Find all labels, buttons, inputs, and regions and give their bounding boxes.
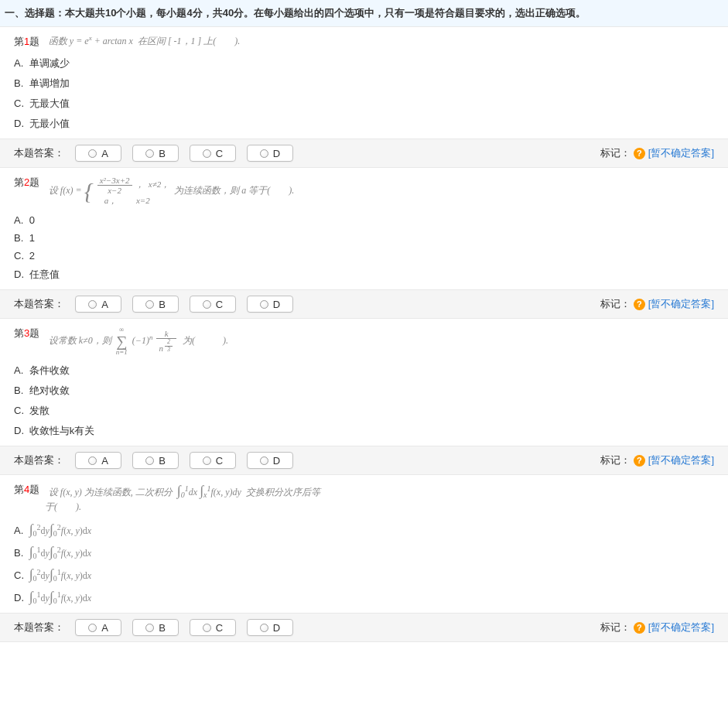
radio-icon — [145, 149, 154, 158]
radio-icon — [203, 456, 211, 465]
radio-icon — [88, 300, 97, 309]
answer-btn-D[interactable]: D — [247, 452, 293, 469]
answer-label: 本题答案： — [14, 453, 64, 467]
question-stem: 设 f(x) = { x²−3x+2x−2 ， x≠2， a， x=2 为连续函… — [49, 176, 294, 207]
question-stem: 设常数 k≠0，则 ∞ ∑ n=1 (−1)n kn23 为( ). — [49, 327, 228, 356]
answer-btn-B[interactable]: B — [132, 619, 179, 636]
help-icon[interactable]: ? — [634, 455, 645, 467]
options: A. 单调减少 B. 单调增加 C. 无最大值 D. 无最小值 — [14, 56, 714, 131]
answer-btn-D[interactable]: D — [247, 619, 293, 636]
answer-btn-C[interactable]: C — [190, 296, 236, 313]
question-number: 第3题 — [14, 327, 39, 340]
option-D: D. 任意值 — [14, 268, 714, 282]
answer-bar-3: 本题答案： A B C D 标记： ? [暂不确定答案] — [0, 446, 728, 475]
mark-label: 标记： — [600, 621, 631, 634]
answer-btn-A[interactable]: A — [75, 619, 121, 636]
radio-icon — [203, 300, 211, 309]
option-B: B. 1 — [14, 232, 714, 244]
answer-btn-A[interactable]: A — [75, 452, 121, 469]
question-number: 第4题 — [14, 483, 39, 497]
help-icon[interactable]: ? — [634, 622, 645, 634]
mark-label: 标记： — [600, 453, 631, 467]
option-B: B. 绝对收敛 — [14, 384, 714, 398]
radio-icon — [260, 624, 268, 632]
answer-bar-4: 本题答案： A B C D 标记： ? [暂不确定答案] — [0, 613, 728, 642]
option-C: C. 无最大值 — [14, 97, 714, 111]
help-icon[interactable]: ? — [634, 148, 645, 159]
answer-btn-C[interactable]: C — [190, 145, 236, 162]
question-1: 第1题 函数 y = ex + arctan x 在区间 [ -1，1 ] 上(… — [0, 27, 728, 131]
answer-btn-A[interactable]: A — [75, 145, 121, 162]
answer-bar-1: 本题答案： A B C D 标记： ? [暂不确定答案] — [0, 138, 728, 168]
question-2: 第2题 设 f(x) = { x²−3x+2x−2 ， x≠2， a， x=2 … — [0, 168, 728, 282]
radio-icon — [88, 624, 97, 632]
hint-link[interactable]: [暂不确定答案] — [648, 297, 714, 311]
options: A. ∫02dy∫02f(x, y)dx B. ∫01dy∫02f(x, y)d… — [14, 521, 714, 605]
hint-link[interactable]: [暂不确定答案] — [648, 146, 714, 160]
answer-btn-D[interactable]: D — [247, 145, 293, 162]
radio-icon — [260, 300, 268, 309]
radio-icon — [88, 456, 97, 465]
option-B: B. 单调增加 — [14, 77, 714, 91]
question-number: 第2题 — [14, 176, 39, 190]
answer-btn-B[interactable]: B — [132, 452, 179, 469]
radio-icon — [260, 456, 268, 465]
option-A: A. 单调减少 — [14, 56, 714, 70]
question-number: 第1题 — [14, 35, 39, 49]
answer-btn-C[interactable]: C — [190, 619, 236, 636]
option-B: B. ∫01dy∫02f(x, y)dx — [14, 544, 714, 560]
option-C: C. ∫02dy∫01f(x, y)dx — [14, 566, 714, 583]
answer-bar-2: 本题答案： A B C D 标记： ? [暂不确定答案] — [0, 289, 728, 319]
radio-icon — [203, 624, 211, 632]
hint-link[interactable]: [暂不确定答案] — [648, 453, 714, 467]
option-D: D. ∫01dy∫01f(x, y)dx — [14, 589, 714, 605]
option-D: D. 收敛性与k有关 — [14, 424, 714, 438]
radio-icon — [260, 149, 268, 158]
mark-label: 标记： — [600, 297, 631, 311]
option-D: D. 无最小值 — [14, 117, 714, 131]
options: A. 条件收敛 B. 绝对收敛 C. 发散 D. 收敛性与k有关 — [14, 364, 714, 438]
question-stem: 函数 y = ex + arctan x 在区间 [ -1，1 ] 上( ). — [49, 35, 240, 48]
question-4: 第4题 设 f(x, y) 为连续函数, 二次积分 ∫01dx ∫x1f(x, … — [0, 475, 728, 605]
answer-label: 本题答案： — [14, 297, 64, 311]
answer-btn-D[interactable]: D — [247, 296, 293, 313]
answer-btn-B[interactable]: B — [132, 145, 179, 162]
options: A. 0 B. 1 C. 2 D. 任意值 — [14, 214, 714, 282]
section-header: 一、选择题：本大题共10个小题，每小题4分，共40分。在每小题给出的四个选项中，… — [0, 0, 728, 27]
radio-icon — [203, 149, 211, 158]
option-C: C. 发散 — [14, 404, 714, 418]
radio-icon — [145, 456, 154, 465]
question-3: 第3题 设常数 k≠0，则 ∞ ∑ n=1 (−1)n kn23 为( ). A… — [0, 319, 728, 438]
radio-icon — [145, 300, 154, 309]
answer-label: 本题答案： — [14, 146, 64, 160]
question-stem: 设 f(x, y) 为连续函数, 二次积分 ∫01dx ∫x1f(x, y)dy… — [49, 483, 320, 499]
radio-icon — [145, 624, 154, 632]
option-C: C. 2 — [14, 250, 714, 262]
option-A: A. ∫02dy∫02f(x, y)dx — [14, 521, 714, 538]
answer-btn-B[interactable]: B — [132, 296, 179, 313]
answer-label: 本题答案： — [14, 621, 64, 634]
mark-label: 标记： — [600, 146, 631, 160]
help-icon[interactable]: ? — [634, 299, 645, 310]
option-A: A. 条件收敛 — [14, 364, 714, 378]
answer-btn-C[interactable]: C — [190, 452, 236, 469]
option-A: A. 0 — [14, 214, 714, 226]
answer-btn-A[interactable]: A — [75, 296, 121, 313]
hint-link[interactable]: [暂不确定答案] — [648, 621, 714, 634]
radio-icon — [88, 149, 97, 158]
